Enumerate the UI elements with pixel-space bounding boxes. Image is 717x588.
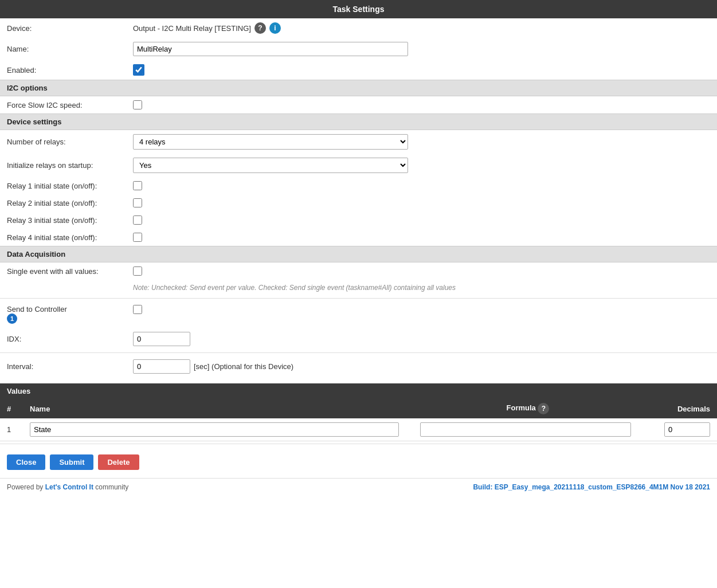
num-relays-select[interactable]: 1 relay 2 relays 4 relays 8 relays bbox=[133, 134, 408, 150]
interval-row: Interval: [sec] (Optional for this Devic… bbox=[0, 355, 717, 378]
lets-control-it-link[interactable]: Let's Control It bbox=[45, 483, 93, 491]
row-formula-cell bbox=[413, 418, 642, 441]
divider1 bbox=[0, 298, 717, 299]
relay1-label: Relay 1 initial state (on/off): bbox=[7, 182, 133, 190]
col-header-formula: Formula ? bbox=[413, 399, 642, 418]
button-row: Close Submit Delete bbox=[0, 446, 717, 478]
name-input[interactable] bbox=[133, 42, 408, 56]
single-event-checkbox[interactable] bbox=[133, 266, 142, 276]
info-icon[interactable]: i bbox=[269, 22, 281, 34]
enabled-field bbox=[133, 64, 144, 76]
row-name-cell bbox=[23, 418, 413, 441]
note-field: Note: Unchecked: Send event per value. C… bbox=[133, 284, 456, 292]
init-relays-label: Initialize relays on startup: bbox=[7, 161, 133, 170]
footer-left: Powered by Let's Control It community bbox=[7, 483, 128, 491]
data-acquisition-header: Data Acquisition bbox=[0, 246, 717, 262]
name-label: Name: bbox=[7, 45, 133, 53]
device-label: Device: bbox=[7, 24, 133, 33]
divider2 bbox=[0, 352, 717, 353]
relay1-row: Relay 1 initial state (on/off): bbox=[0, 177, 717, 194]
relay1-field bbox=[133, 181, 142, 190]
row-decimals-cell bbox=[642, 418, 717, 441]
col-header-hash: # bbox=[0, 399, 23, 418]
values-table-body: 1 bbox=[0, 418, 717, 441]
submit-button[interactable]: Submit bbox=[50, 454, 93, 470]
relay4-label: Relay 4 initial state (on/off): bbox=[7, 233, 133, 242]
init-relays-row: Initialize relays on startup: Yes No bbox=[0, 154, 717, 177]
device-settings-header: Device settings bbox=[0, 113, 717, 130]
controller-number-icon: 1 bbox=[7, 313, 17, 324]
powered-by-prefix: Powered by bbox=[7, 483, 45, 491]
formula-help-icon[interactable]: ? bbox=[538, 403, 549, 414]
relay4-row: Relay 4 initial state (on/off): bbox=[0, 229, 717, 246]
force-slow-checkbox[interactable] bbox=[133, 100, 142, 109]
enabled-label: Enabled: bbox=[7, 66, 133, 75]
main-content: Device: Output - I2C Multi Relay [TESTIN… bbox=[0, 18, 717, 496]
row-decimals-input[interactable] bbox=[664, 422, 710, 437]
init-relays-select[interactable]: Yes No bbox=[133, 158, 408, 173]
relay2-row: Relay 2 initial state (on/off): bbox=[0, 194, 717, 211]
idx-field bbox=[133, 332, 190, 346]
relay1-checkbox[interactable] bbox=[133, 181, 142, 190]
header-title: Task Settings bbox=[333, 5, 385, 14]
row-number: 1 bbox=[0, 418, 23, 441]
note-text: Note: Unchecked: Send event per value. C… bbox=[133, 284, 456, 292]
table-row: 1 bbox=[0, 418, 717, 441]
enabled-checkbox[interactable] bbox=[134, 65, 143, 75]
num-relays-row: Number of relays: 1 relay 2 relays 4 rel… bbox=[0, 130, 717, 154]
send-controller-checkbox[interactable] bbox=[133, 305, 142, 314]
relay3-row: Relay 3 initial state (on/off): bbox=[0, 211, 717, 229]
interval-field: [sec] (Optional for this Device) bbox=[133, 359, 293, 374]
force-slow-label: Force Slow I2C speed: bbox=[7, 101, 133, 109]
row-name-input[interactable] bbox=[30, 422, 399, 437]
idx-input[interactable] bbox=[133, 332, 190, 346]
enabled-checkbox-wrapper bbox=[133, 64, 144, 76]
send-controller-label-col: Send to Controller 1 bbox=[7, 305, 133, 324]
single-event-row: Single event with all values: bbox=[0, 262, 717, 280]
values-table-header-row: # Name Formula ? Decimals bbox=[0, 399, 717, 418]
device-field: Output - I2C Multi Relay [TESTING] ? i bbox=[133, 22, 281, 34]
task-settings-container: Task Settings Device: Output - I2C Multi… bbox=[0, 0, 717, 496]
send-controller-label: Send to Controller bbox=[7, 305, 133, 313]
num-relays-label: Number of relays: bbox=[7, 138, 133, 146]
question-icon[interactable]: ? bbox=[254, 22, 266, 34]
divider3 bbox=[0, 444, 717, 444]
relay2-label: Relay 2 initial state (on/off): bbox=[7, 199, 133, 207]
relay3-checkbox[interactable] bbox=[133, 215, 142, 225]
send-controller-checkbox-wrapper bbox=[133, 305, 142, 316]
device-value: Output - I2C Multi Relay [TESTING] bbox=[133, 24, 251, 33]
num-relays-field: 1 relay 2 relays 4 relays 8 relays bbox=[133, 134, 408, 150]
delete-button[interactable]: Delete bbox=[98, 454, 139, 470]
send-controller-row: Send to Controller 1 bbox=[0, 301, 717, 328]
interval-label: Interval: bbox=[7, 362, 133, 371]
task-settings-header: Task Settings bbox=[0, 0, 717, 18]
close-button[interactable]: Close bbox=[7, 454, 45, 470]
idx-label: IDX: bbox=[7, 335, 133, 343]
row-formula-input[interactable] bbox=[420, 422, 631, 437]
init-relays-field: Yes No bbox=[133, 158, 408, 173]
build-info: Build: ESP_Easy_mega_20211118_custom_ESP… bbox=[473, 483, 710, 491]
i2c-section-header: I2C options bbox=[0, 80, 717, 96]
interval-input[interactable] bbox=[133, 359, 190, 374]
powered-by-suffix: community bbox=[93, 483, 128, 491]
idx-row: IDX: bbox=[0, 328, 717, 350]
single-event-field bbox=[133, 266, 142, 276]
name-row: Name: bbox=[0, 38, 717, 60]
enabled-row: Enabled: bbox=[0, 60, 717, 80]
footer: Powered by Let's Control It community Bu… bbox=[0, 478, 717, 496]
relay2-field bbox=[133, 198, 142, 207]
name-field bbox=[133, 42, 408, 56]
relay3-label: Relay 3 initial state (on/off): bbox=[7, 216, 133, 225]
values-header: Values bbox=[0, 383, 717, 399]
relay3-field bbox=[133, 215, 142, 225]
device-row: Device: Output - I2C Multi Relay [TESTIN… bbox=[0, 18, 717, 38]
relay2-checkbox[interactable] bbox=[133, 198, 142, 207]
relay4-checkbox[interactable] bbox=[133, 233, 142, 242]
relay4-field bbox=[133, 233, 142, 242]
interval-suffix: [sec] (Optional for this Device) bbox=[194, 362, 293, 371]
col-header-name: Name bbox=[23, 399, 413, 418]
single-event-label: Single event with all values: bbox=[7, 267, 133, 276]
force-slow-row: Force Slow I2C speed: bbox=[0, 96, 717, 113]
note-row: Note: Unchecked: Send event per value. C… bbox=[0, 280, 717, 296]
send-controller-number-badge: 1 bbox=[7, 313, 133, 324]
